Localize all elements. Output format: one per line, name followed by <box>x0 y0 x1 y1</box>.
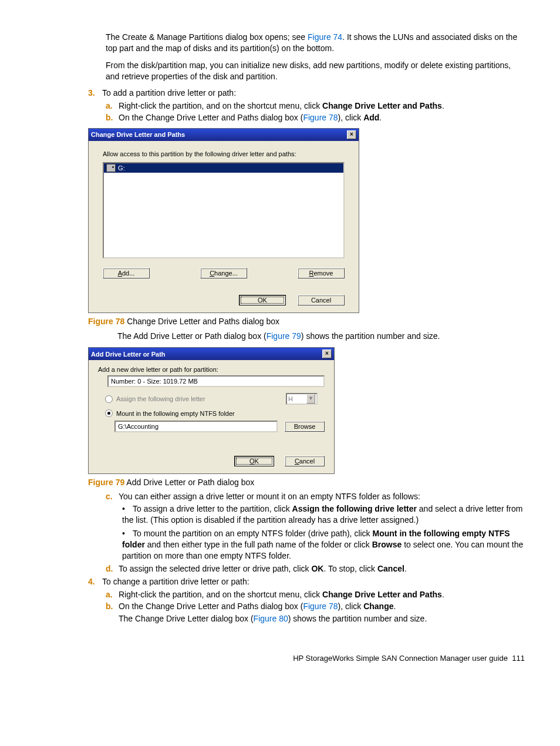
step-4: 4.To change a partition drive letter or … <box>88 577 525 586</box>
assign-letter-radio[interactable] <box>105 395 113 403</box>
figure-78-link-2[interactable]: Figure 78 <box>303 601 338 611</box>
change-drive-letter-dialog: Change Drive Letter and Paths × Allow ac… <box>88 128 359 313</box>
figure-78-caption: Figure 78 Change Drive Letter and Paths … <box>88 317 525 326</box>
partition-info-field: Number: 0 - Size: 1019.72 MB <box>107 375 325 387</box>
browse-button[interactable]: Browse <box>285 421 325 432</box>
assign-letter-label: Assign the following drive letter <box>116 395 205 402</box>
mount-folder-radio[interactable] <box>105 409 113 417</box>
bullet-mount: •To mount the partition on an empty NTFS… <box>122 528 525 562</box>
step-4-after: The Change Drive Letter dialog box (Figu… <box>119 613 525 624</box>
figure-80-link[interactable]: Figure 80 <box>254 614 288 623</box>
figure-79-link[interactable]: Figure 79 <box>266 331 301 341</box>
step-3: 3.To add a partition drive letter or pat… <box>88 88 525 98</box>
step-4a: a.Right-click the partition, and on the … <box>106 590 525 599</box>
dialog-titlebar: Change Drive Letter and Paths × <box>89 129 359 141</box>
drive-listbox[interactable]: G: <box>103 162 345 258</box>
close-icon[interactable]: × <box>347 130 356 139</box>
change-button[interactable]: Change... <box>200 268 247 278</box>
step-3b: b.On the Change Drive Letter and Paths d… <box>106 113 525 122</box>
drive-letter-select[interactable]: H ▼ <box>286 393 318 405</box>
dialog-instruction: Add a new drive letter or path for parti… <box>98 366 325 373</box>
dialog-titlebar: Add Drive Letter or Path × <box>89 348 334 360</box>
dialog-title: Add Drive Letter or Path <box>91 351 166 358</box>
cancel-button[interactable]: Cancel <box>285 456 325 466</box>
mid-para: The Add Drive Letter or Path dialog box … <box>117 331 525 342</box>
step-3c: c.You can either assign a drive letter o… <box>106 492 525 501</box>
ok-button[interactable]: OK <box>234 456 274 466</box>
figure-74-link[interactable]: Figure 74 <box>308 32 342 42</box>
step-4b: b.On the Change Drive Letter and Paths d… <box>106 601 525 611</box>
dialog-instruction: Allow access to this partition by the fo… <box>103 150 345 157</box>
ok-button[interactable]: OK <box>239 295 286 305</box>
intro-para-2: From the disk/partition map, you can ini… <box>106 60 525 82</box>
chevron-down-icon: ▼ <box>306 394 315 404</box>
page-footer: HP StorageWorks Simple SAN Connection Ma… <box>88 654 525 663</box>
step-3a: a.Right-click the partition, and on the … <box>106 101 525 110</box>
dialog-title: Change Drive Letter and Paths <box>91 131 185 138</box>
cancel-button[interactable]: Cancel <box>298 295 345 305</box>
figure-78-link[interactable]: Figure 78 <box>303 113 338 122</box>
add-button[interactable]: Add... <box>103 268 150 278</box>
bullet-assign: •To assign a drive letter to the partiti… <box>122 503 525 526</box>
close-icon[interactable]: × <box>322 350 332 358</box>
remove-button[interactable]: Remove <box>298 268 345 278</box>
mount-folder-label: Mount in the following empty NTFS folder <box>116 410 235 417</box>
drive-icon <box>106 164 116 172</box>
figure-79-caption: Figure 79 Add Drive Letter or Path dialo… <box>88 478 525 487</box>
intro-para-1: The Create & Manage Partitions dialog bo… <box>106 32 525 54</box>
drive-list-item[interactable]: G: <box>104 163 343 173</box>
add-drive-letter-dialog: Add Drive Letter or Path × Add a new dri… <box>88 347 335 474</box>
step-3d: d.To assign the selected drive letter or… <box>106 564 525 573</box>
folder-path-input[interactable]: G:\Accounting <box>114 421 278 432</box>
